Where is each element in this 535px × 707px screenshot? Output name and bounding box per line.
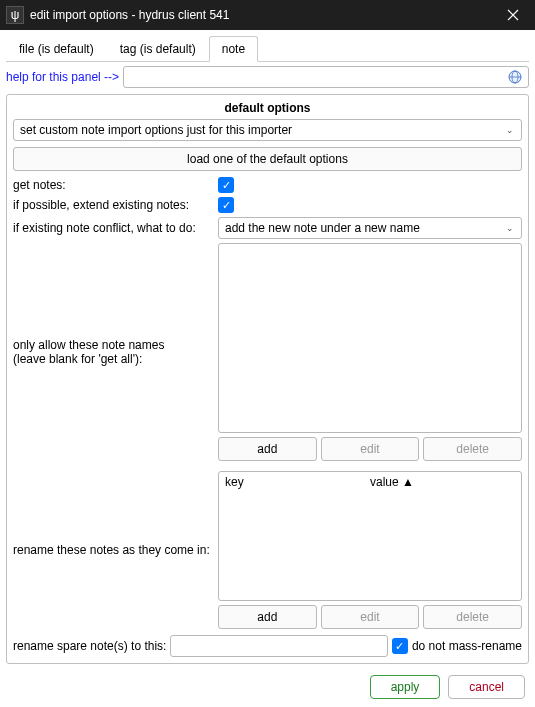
row-extend-existing: if possible, extend existing notes: ✓ xyxy=(13,197,522,213)
row-get-notes: get notes: ✓ xyxy=(13,177,522,193)
default-options-fieldset: default options set custom note import o… xyxy=(6,94,529,664)
rename-incoming-delete-button[interactable]: delete xyxy=(423,605,522,629)
mode-select[interactable]: set custom note import options just for … xyxy=(13,119,522,141)
rename-incoming-edit-button[interactable]: edit xyxy=(321,605,420,629)
allow-names-label-2: (leave blank for 'get all'): xyxy=(13,352,218,366)
row-conflict: if existing note conflict, what to do: a… xyxy=(13,217,522,239)
tab-file[interactable]: file (is default) xyxy=(6,36,107,61)
rename-incoming-table[interactable]: key value ▲ xyxy=(218,471,522,601)
window-title: edit import options - hydrus client 541 xyxy=(30,8,491,22)
kv-header-key[interactable]: key xyxy=(225,475,370,489)
allow-names-listbox[interactable] xyxy=(218,243,522,433)
help-search-box[interactable] xyxy=(123,66,529,88)
get-notes-label: get notes: xyxy=(13,178,66,192)
help-link[interactable]: help for this panel --> xyxy=(6,70,119,84)
fieldset-title: default options xyxy=(13,101,522,115)
rename-spare-label: rename spare note(s) to this: xyxy=(13,639,166,653)
row-rename-incoming: rename these notes as they come in: key … xyxy=(13,471,522,629)
allow-names-label-1: only allow these note names xyxy=(13,338,218,352)
mode-select-value: set custom note import options just for … xyxy=(20,123,292,137)
rename-spare-input[interactable] xyxy=(170,635,388,657)
conflict-select[interactable]: add the new note under a new name xyxy=(218,217,522,239)
apply-button[interactable]: apply xyxy=(370,675,441,699)
tab-tag[interactable]: tag (is default) xyxy=(107,36,209,61)
get-notes-checkbox[interactable]: ✓ xyxy=(218,177,234,193)
rename-incoming-add-button[interactable]: add xyxy=(218,605,317,629)
help-row: help for this panel --> xyxy=(6,66,529,88)
extend-existing-checkbox[interactable]: ✓ xyxy=(218,197,234,213)
close-icon[interactable] xyxy=(491,0,535,30)
titlebar: ψ edit import options - hydrus client 54… xyxy=(0,0,535,30)
cancel-button[interactable]: cancel xyxy=(448,675,525,699)
tabs: file (is default) tag (is default) note xyxy=(6,36,529,62)
conflict-select-value: add the new note under a new name xyxy=(225,221,420,235)
extend-existing-label: if possible, extend existing notes: xyxy=(13,198,189,212)
kv-header-value[interactable]: value ▲ xyxy=(370,475,515,489)
nomass-rename-checkbox[interactable]: ✓ xyxy=(392,638,408,654)
help-globe-icon xyxy=(508,70,522,84)
app-icon: ψ xyxy=(6,6,24,24)
rename-incoming-label: rename these notes as they come in: xyxy=(13,543,210,557)
footer-buttons: apply cancel xyxy=(370,675,525,699)
nomass-rename-label: do not mass-rename xyxy=(412,639,522,653)
allow-names-add-button[interactable]: add xyxy=(218,437,317,461)
row-allow-names: only allow these note names (leave blank… xyxy=(13,243,522,461)
allow-names-delete-button[interactable]: delete xyxy=(423,437,522,461)
row-rename-spare: rename spare note(s) to this: ✓ do not m… xyxy=(13,635,522,657)
mode-select-wrap: set custom note import options just for … xyxy=(13,119,522,141)
load-defaults-button[interactable]: load one of the default options xyxy=(13,147,522,171)
allow-names-edit-button[interactable]: edit xyxy=(321,437,420,461)
tab-note[interactable]: note xyxy=(209,36,258,62)
conflict-label: if existing note conflict, what to do: xyxy=(13,221,196,235)
